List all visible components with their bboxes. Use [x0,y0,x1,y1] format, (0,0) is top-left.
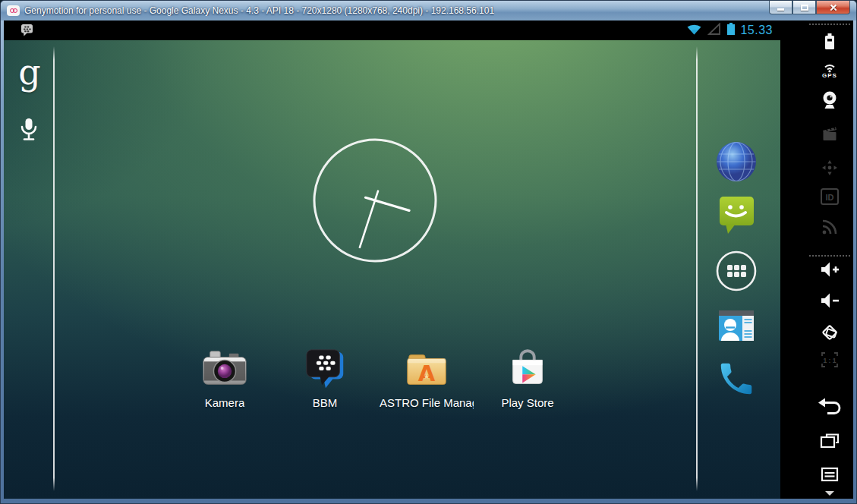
bbm-notification-icon [20,24,35,40]
app-drawer-dots-icon [715,250,758,292]
app-label: BBM [313,396,338,409]
voice-search-mic-icon[interactable] [18,117,39,147]
genymotion-toolbar: GPS [780,20,853,499]
window-title: Genymotion for personal use - Google Gal… [24,5,494,16]
window-content: 15.33 g [4,20,853,499]
toolbar-recent-apps-button[interactable] [818,431,841,451]
toolbar-identifiers-button[interactable]: ID [818,187,842,206]
dock-people[interactable] [714,304,758,348]
toolbar-gps-button[interactable]: GPS [818,60,841,79]
cellular-signal-icon [707,23,722,39]
app-shortcut-play-store[interactable]: Play Store [480,345,575,409]
toolbar-navigation-button[interactable] [818,156,841,179]
page-edge-line-right [696,46,698,491]
analog-clock-widget[interactable] [310,136,440,265]
wifi-icon [686,23,702,39]
dock-all-apps[interactable] [714,249,758,293]
toolbar-separator-middle [809,255,850,257]
close-icon [829,3,838,12]
status-clock: 15.33 [740,24,773,37]
battery-icon [726,22,736,39]
app-label: ASTRO File Manag [380,396,474,409]
svg-text:★: ★ [424,372,430,380]
maximize-button[interactable] [792,1,816,14]
dock-browser[interactable] [714,140,758,184]
camera-app-icon [201,345,248,392]
android-screen: 15.33 g [4,20,780,499]
app-label: Kamera [205,396,245,409]
toolbar-rotate-screen-button[interactable] [818,320,842,345]
status-icons-cluster: 15.33 [686,20,773,40]
id-label: ID [826,193,834,202]
app-shortcut-kamera[interactable]: Kamera [178,345,272,409]
window-controls [769,1,850,14]
phone-handset-icon [716,358,757,399]
contact-card-icon [716,305,757,346]
toolbar-pixel-perfect-button[interactable]: 1 : 1 [818,349,842,370]
toolbar-volume-down-button[interactable] [818,289,842,312]
minimize-button[interactable] [769,1,792,14]
astro-folder-icon: A ★ [403,345,450,392]
google-search-logo[interactable]: g [13,49,46,95]
toolbar-battery-button[interactable] [818,30,841,53]
app-shortcut-bbm[interactable]: BBM [278,345,372,409]
gps-label: GPS [822,72,837,79]
toolbar-strip: GPS [806,20,853,499]
pixel-perfect-label: 1 : 1 [823,357,836,364]
toolbar-separator-top [809,24,850,25]
toolbar-volume-up-button[interactable] [818,258,842,281]
toolbar-screencast-button[interactable] [818,122,841,145]
dock-messaging[interactable] [714,193,758,237]
dock-phone[interactable] [714,357,758,401]
genymotion-logo-icon [7,5,20,16]
toolbar-back-button[interactable] [817,396,843,417]
toolbar-collapse-button[interactable] [824,490,836,496]
app-shortcut-astro[interactable]: A ★ ASTRO File Manag [380,345,474,409]
play-store-bag-icon [504,345,551,392]
globe-icon [715,140,758,183]
toolbar-camera-button[interactable] [818,90,841,112]
toolbar-remote-control-button[interactable] [818,216,841,238]
homescreen-wallpaper: g [4,40,780,499]
genymotion-window: Genymotion for personal use - Google Gal… [0,0,857,504]
app-label: Play Store [501,396,553,409]
toolbar-menu-button[interactable] [818,465,841,484]
maximize-icon [801,5,808,11]
window-titlebar[interactable]: Genymotion for personal use - Google Gal… [1,1,856,20]
smiley-bubble-icon [716,194,757,236]
bbm-app-icon [301,345,348,392]
page-edge-line-left [53,46,55,491]
close-button[interactable] [816,1,850,14]
android-status-bar[interactable]: 15.33 [4,20,780,40]
minimize-icon [777,8,784,11]
